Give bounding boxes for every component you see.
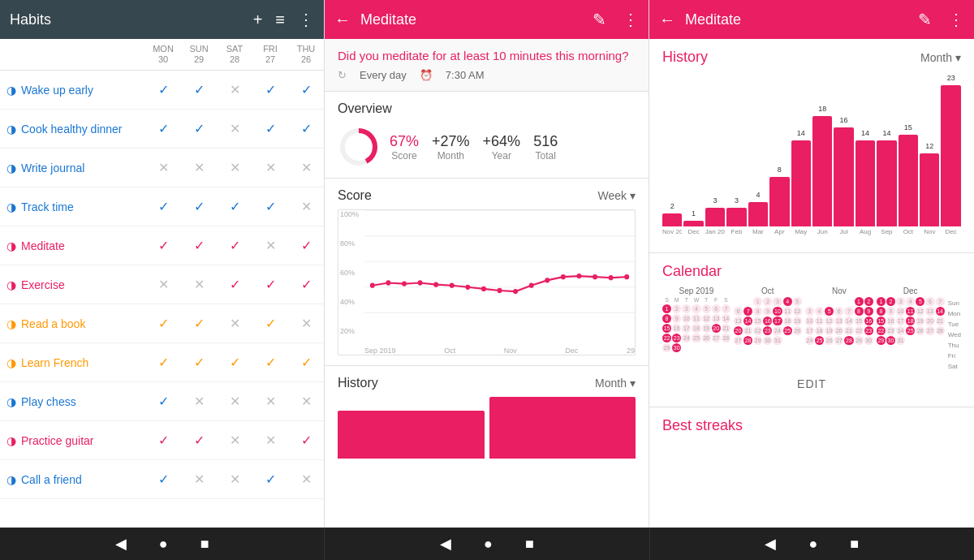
cal-day-30[interactable]: 30: [864, 336, 873, 345]
cal-day-29[interactable]: 29: [855, 336, 864, 345]
cal-day-20[interactable]: 20: [712, 324, 721, 333]
cal-day-26[interactable]: 26: [702, 334, 711, 342]
cal-day-24[interactable]: 24: [896, 326, 905, 335]
cal-day-24[interactable]: 24: [805, 336, 814, 345]
habit-check-1-2[interactable]: ✕: [217, 121, 252, 136]
square-button-3[interactable]: ■: [850, 536, 859, 553]
cal-day-13[interactable]: 13: [734, 317, 743, 325]
cal-day-18[interactable]: 18: [906, 317, 915, 325]
habit-row[interactable]: ◑Practice guitar✓✓✕✕✓: [0, 421, 324, 460]
cal-day-8[interactable]: 8: [877, 307, 886, 316]
more-icon[interactable]: ⋮: [298, 10, 314, 29]
history-edit-icon[interactable]: ✎: [918, 10, 932, 29]
back-button-3[interactable]: ◀: [765, 535, 776, 553]
habit-row[interactable]: ◑Exercise✕✕✓✓✓: [0, 265, 324, 304]
habit-check-3-1[interactable]: ✓: [181, 199, 217, 214]
cal-day-7[interactable]: 7: [722, 304, 730, 313]
cal-day-9[interactable]: 9: [763, 307, 772, 316]
back-button-1[interactable]: ◀: [115, 535, 127, 553]
cal-day-29[interactable]: 29: [753, 336, 762, 345]
cal-day-17[interactable]: 17: [896, 317, 905, 325]
cal-day-21[interactable]: 21: [936, 317, 945, 325]
cal-day-17[interactable]: 17: [773, 317, 782, 325]
habit-check-4-3[interactable]: ✕: [252, 238, 288, 253]
habit-check-7-3[interactable]: ✓: [252, 355, 288, 370]
cal-day-23[interactable]: 23: [763, 326, 772, 335]
square-button-2[interactable]: ■: [525, 536, 534, 553]
cal-day-12[interactable]: 12: [793, 307, 802, 316]
habit-check-0-2[interactable]: ✕: [217, 82, 252, 97]
cal-day-22[interactable]: 22: [753, 326, 762, 335]
cal-day-24[interactable]: 24: [682, 334, 691, 342]
cal-day-28[interactable]: 28: [844, 336, 853, 345]
cal-day-12[interactable]: 12: [916, 307, 924, 316]
cal-day-4[interactable]: 4: [783, 297, 792, 306]
cal-day-1[interactable]: 1: [855, 297, 864, 306]
cal-day-31[interactable]: 31: [896, 336, 905, 345]
cal-day-9[interactable]: 9: [886, 307, 895, 316]
back-button-2[interactable]: ◀: [440, 535, 451, 553]
cal-day-13[interactable]: 13: [925, 307, 934, 316]
cal-day-15[interactable]: 15: [753, 317, 762, 325]
habit-check-0-1[interactable]: ✓: [181, 82, 217, 97]
filter-icon[interactable]: ≡: [275, 11, 285, 29]
cal-day-28[interactable]: 28: [936, 326, 945, 335]
cal-day-10[interactable]: 10: [896, 307, 905, 316]
cal-day-26[interactable]: 26: [825, 336, 834, 345]
cal-day-11[interactable]: 11: [692, 314, 700, 323]
cal-day-31[interactable]: 31: [773, 336, 782, 345]
cal-day-29[interactable]: 29: [662, 343, 671, 352]
cal-day-8[interactable]: 8: [662, 314, 671, 323]
cal-day-5[interactable]: 5: [825, 307, 834, 316]
habit-check-1-1[interactable]: ✓: [181, 121, 217, 136]
cal-day-19[interactable]: 19: [793, 317, 802, 325]
habit-check-8-3[interactable]: ✕: [252, 394, 288, 409]
habit-check-1-3[interactable]: ✓: [252, 121, 288, 136]
cal-day-26[interactable]: 26: [793, 326, 802, 335]
cal-day-14[interactable]: 14: [722, 314, 730, 323]
cal-day-29[interactable]: 29: [877, 336, 886, 345]
habit-check-5-1[interactable]: ✕: [181, 277, 217, 292]
habit-check-2-3[interactable]: ✕: [252, 160, 288, 175]
cal-day-19[interactable]: 19: [825, 326, 834, 335]
history-month-dropdown[interactable]: Month ▾: [595, 377, 636, 390]
cal-day-11[interactable]: 11: [906, 307, 915, 316]
edit-button[interactable]: EDIT: [662, 371, 961, 397]
score-week-dropdown[interactable]: Week ▾: [597, 189, 636, 202]
habit-check-10-3[interactable]: ✓: [252, 472, 288, 487]
habit-check-4-4[interactable]: ✓: [288, 238, 324, 253]
habit-check-3-2[interactable]: ✓: [217, 199, 252, 214]
home-button-2[interactable]: ●: [484, 536, 493, 553]
cal-day-28[interactable]: 28: [722, 334, 730, 342]
habit-check-8-2[interactable]: ✕: [217, 394, 252, 409]
cal-day-21[interactable]: 21: [722, 324, 730, 333]
cal-day-16[interactable]: 16: [886, 317, 895, 325]
cal-day-10[interactable]: 10: [682, 314, 691, 323]
habit-check-5-4[interactable]: ✓: [288, 277, 324, 292]
habit-check-4-0[interactable]: ✓: [145, 238, 181, 253]
cal-day-8[interactable]: 8: [855, 307, 864, 316]
cal-day-5[interactable]: 5: [702, 304, 711, 313]
history-panel-dropdown[interactable]: Month ▾: [920, 51, 961, 64]
add-icon[interactable]: +: [253, 11, 263, 29]
cal-day-14[interactable]: 14: [936, 307, 945, 316]
back-icon[interactable]: ←: [334, 11, 351, 29]
habit-check-6-4[interactable]: ✕: [288, 316, 324, 331]
cal-day-23[interactable]: 23: [864, 326, 873, 335]
cal-day-25[interactable]: 25: [783, 326, 792, 335]
cal-day-10[interactable]: 10: [805, 317, 814, 325]
habit-check-5-2[interactable]: ✓: [217, 277, 252, 292]
habit-check-5-0[interactable]: ✕: [145, 277, 181, 292]
history-more-icon[interactable]: ⋮: [948, 10, 964, 29]
habit-check-1-4[interactable]: ✓: [288, 121, 324, 136]
habit-check-2-0[interactable]: ✕: [145, 160, 181, 175]
cal-day-30[interactable]: 30: [886, 336, 895, 345]
cal-day-5[interactable]: 5: [793, 297, 802, 306]
habit-check-8-4[interactable]: ✕: [288, 394, 324, 409]
cal-day-1[interactable]: 1: [662, 304, 671, 313]
habit-check-10-1[interactable]: ✕: [181, 472, 217, 487]
cal-day-2[interactable]: 2: [864, 297, 873, 306]
cal-day-16[interactable]: 16: [672, 324, 681, 333]
cal-day-30[interactable]: 30: [763, 336, 772, 345]
habit-check-10-2[interactable]: ✕: [217, 472, 252, 487]
